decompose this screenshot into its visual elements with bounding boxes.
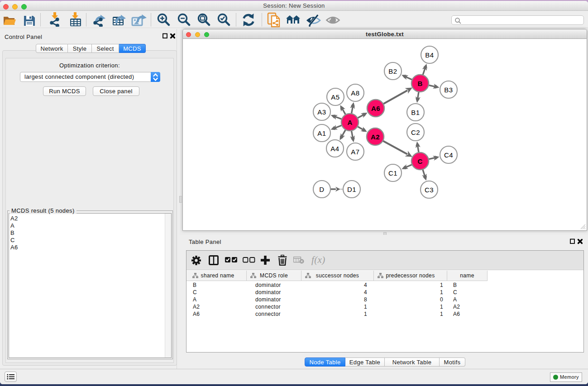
svg-text:B: B [417, 80, 422, 87]
svg-text:B3: B3 [444, 86, 453, 94]
svg-text:C: C [417, 157, 422, 165]
svg-text:A8: A8 [351, 89, 359, 97]
svg-text:D: D [319, 186, 324, 193]
svg-text:B2: B2 [388, 67, 397, 75]
svg-text:C3: C3 [425, 186, 434, 194]
svg-text:C2: C2 [411, 129, 420, 136]
svg-text:C1: C1 [388, 169, 397, 177]
svg-text:A3: A3 [317, 108, 326, 116]
svg-text:A5: A5 [331, 93, 339, 101]
svg-text:A7: A7 [351, 148, 359, 156]
svg-text:A1: A1 [317, 129, 326, 137]
svg-text:A4: A4 [330, 145, 339, 152]
svg-text:A: A [347, 119, 352, 126]
svg-text:A6: A6 [371, 105, 380, 112]
svg-text:C4: C4 [444, 151, 453, 159]
svg-text:B4: B4 [425, 51, 434, 59]
svg-text:D1: D1 [347, 186, 356, 193]
svg-text:A2: A2 [371, 133, 380, 141]
svg-text:B1: B1 [411, 109, 420, 116]
